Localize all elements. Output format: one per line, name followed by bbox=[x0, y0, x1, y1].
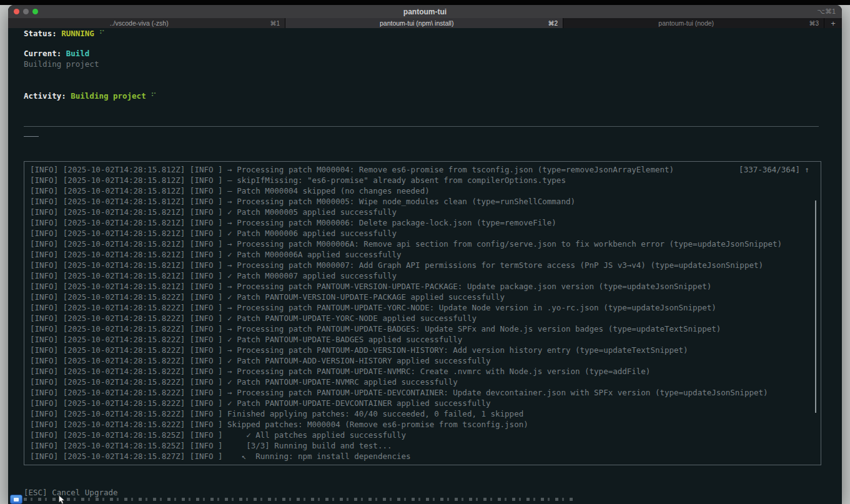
current-description: Building project bbox=[24, 59, 99, 69]
zoom-button[interactable] bbox=[32, 9, 38, 14]
log-line: [INFO] [2025-10-02T14:28:15.822Z] [INFO … bbox=[30, 334, 812, 345]
spinner-icon: ⠋ bbox=[151, 91, 156, 101]
log-line: [INFO] [2025-10-02T14:28:15.822Z] [INFO … bbox=[30, 419, 812, 430]
log-line: [INFO] [2025-10-02T14:28:15.821Z] [INFO … bbox=[30, 239, 812, 249]
close-button[interactable] bbox=[14, 9, 19, 14]
progress-stub bbox=[24, 136, 39, 137]
tab-pantoum-tui-node[interactable]: pantoum-tui (node) ⌘3 bbox=[563, 18, 824, 28]
log-line: [INFO] [2025-10-02T14:28:15.822Z] [INFO … bbox=[30, 366, 812, 377]
tab-vscode-viva[interactable]: ../vscode-viva (-zsh) ⌘1 bbox=[8, 18, 285, 28]
window-shortcut-label: ⌥⌘1 bbox=[817, 5, 836, 18]
log-line: [INFO] [2025-10-02T14:28:15.821Z] [INFO … bbox=[30, 249, 812, 260]
log-line: [INFO] [2025-10-02T14:28:15.822Z] [INFO … bbox=[30, 302, 812, 313]
log-line: [INFO] [2025-10-02T14:28:15.822Z] [INFO … bbox=[30, 324, 812, 334]
activity-line: Activity: Building project ⠋ bbox=[24, 91, 156, 101]
log-line: [INFO] [2025-10-02T14:28:15.825Z] [INFO … bbox=[30, 440, 812, 451]
terminal-window: pantoum-tui ⌥⌘1 ../vscode-viva (-zsh) ⌘1… bbox=[8, 5, 842, 504]
window-titlebar[interactable]: pantoum-tui ⌥⌘1 bbox=[8, 5, 842, 18]
mouse-cursor-icon bbox=[58, 495, 66, 504]
log-line: [INFO] [2025-10-02T14:28:15.822Z] [INFO … bbox=[30, 355, 812, 366]
terminal-screen[interactable]: Status: RUNNING ⠋ Current: Build Buildin… bbox=[8, 28, 842, 504]
new-tab-button[interactable]: + bbox=[824, 18, 842, 28]
progress-divider bbox=[24, 126, 819, 127]
log-pane[interactable]: [INFO] [2025-10-02T14:28:15.812Z] [INFO … bbox=[24, 161, 821, 465]
scroll-position-indicator: [337-364/364] ↑ bbox=[739, 164, 809, 175]
current-line: Current: Build bbox=[24, 48, 89, 59]
log-line: [INFO] [2025-10-02T14:28:15.822Z] [INFO … bbox=[30, 313, 812, 324]
activity-value: Building project bbox=[71, 91, 146, 101]
log-line: [INFO] [2025-10-02T14:28:15.821Z] [INFO … bbox=[30, 207, 812, 217]
tab-shortcut: ⌘2 bbox=[548, 20, 563, 27]
menu-bar-strip bbox=[0, 0, 850, 5]
log-line: [INFO] [2025-10-02T14:28:15.812Z] [INFO … bbox=[30, 185, 812, 196]
tab-bar: ../vscode-viva (-zsh) ⌘1 pantoum-tui (np… bbox=[8, 18, 842, 28]
activity-label: Activity: bbox=[24, 91, 66, 101]
log-line: [INFO] [2025-10-02T14:28:15.812Z] [INFO … bbox=[30, 196, 812, 207]
log-scrollbar[interactable] bbox=[815, 200, 816, 413]
window-title: pantoum-tui bbox=[8, 7, 842, 16]
esc-cancel-hint: [ESC] Cancel Upgrade bbox=[24, 487, 118, 498]
tab-label: pantoum-tui (npm\ install) bbox=[285, 19, 548, 27]
log-line: [INFO] [2025-10-02T14:28:15.821Z] [INFO … bbox=[30, 260, 812, 270]
log-line: [INFO] [2025-10-02T14:28:15.821Z] [INFO … bbox=[30, 217, 812, 228]
traffic-lights bbox=[14, 5, 38, 18]
background-app-icon bbox=[10, 495, 22, 504]
log-line: [INFO] [2025-10-02T14:28:15.812Z] [INFO … bbox=[30, 164, 812, 175]
tab-shortcut: ⌘3 bbox=[809, 20, 824, 27]
log-line: [INFO] [2025-10-02T14:28:15.821Z] [INFO … bbox=[30, 281, 812, 292]
status-line: Status: RUNNING ⠋ bbox=[24, 28, 105, 39]
clipped-footer-line bbox=[24, 498, 573, 503]
status-value: RUNNING bbox=[61, 29, 94, 38]
log-line: [INFO] [2025-10-02T14:28:15.821Z] [INFO … bbox=[30, 270, 812, 281]
log-line: [INFO] [2025-10-02T14:28:15.822Z] [INFO … bbox=[30, 408, 812, 419]
current-label: Current: bbox=[24, 49, 61, 58]
log-line: [INFO] [2025-10-02T14:28:15.822Z] [INFO … bbox=[30, 377, 812, 387]
tab-label: pantoum-tui (node) bbox=[563, 19, 809, 27]
log-line: [INFO] [2025-10-02T14:28:15.822Z] [INFO … bbox=[30, 345, 812, 355]
tab-pantoum-tui-npm-install[interactable]: pantoum-tui (npm\ install) ⌘2 bbox=[285, 18, 563, 28]
log-line: [INFO] [2025-10-02T14:28:15.822Z] [INFO … bbox=[30, 398, 812, 408]
current-value: Build bbox=[66, 49, 90, 58]
log-line: [INFO] [2025-10-02T14:28:15.821Z] [INFO … bbox=[30, 228, 812, 239]
spinner-icon: ⠋ bbox=[99, 29, 104, 38]
log-line: [INFO] [2025-10-02T14:28:15.812Z] [INFO … bbox=[30, 175, 812, 185]
minimize-button[interactable] bbox=[23, 9, 29, 14]
tab-label: ../vscode-viva (-zsh) bbox=[8, 19, 270, 27]
log-line: [INFO] [2025-10-02T14:28:15.822Z] [INFO … bbox=[30, 387, 812, 398]
tab-shortcut: ⌘1 bbox=[270, 20, 285, 27]
log-lines: [INFO] [2025-10-02T14:28:15.812Z] [INFO … bbox=[30, 164, 812, 462]
log-line: [INFO] [2025-10-02T14:28:15.825Z] [INFO … bbox=[30, 430, 812, 440]
log-line: [INFO] [2025-10-02T14:28:15.822Z] [INFO … bbox=[30, 292, 812, 302]
status-label: Status: bbox=[24, 29, 57, 38]
log-line: [INFO] [2025-10-02T14:28:15.827Z] [INFO … bbox=[30, 451, 812, 462]
